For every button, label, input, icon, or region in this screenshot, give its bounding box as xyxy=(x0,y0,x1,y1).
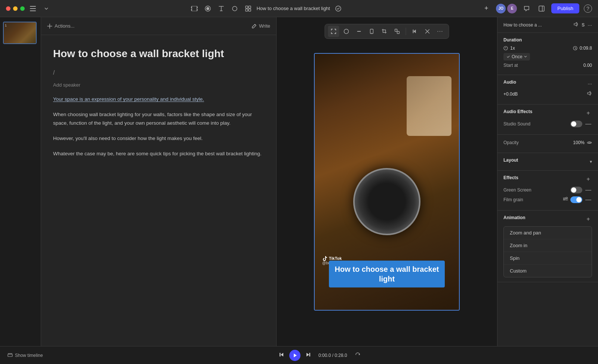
script-divider: / xyxy=(53,69,264,76)
add-icon[interactable]: + xyxy=(481,3,491,14)
write-button[interactable]: Write xyxy=(252,23,270,29)
animation-add-button[interactable]: + xyxy=(585,215,592,223)
studio-sound-row: Studio Sound — xyxy=(503,120,592,128)
audio-volume-icon[interactable] xyxy=(587,91,592,97)
layout-icon[interactable] xyxy=(243,3,253,14)
doc-title: How to choose a wall bracket light xyxy=(256,6,330,11)
maximize-button[interactable] xyxy=(20,6,25,11)
bottom-bar: Show timeline 0:00.0 / 0:28.0 xyxy=(0,346,598,364)
script-para-2-underline: When choosing wall bracket lighting for … xyxy=(53,112,235,117)
anim-custom[interactable]: Custom xyxy=(504,265,592,277)
title-bar-center: How to choose a wall bracket light xyxy=(56,3,477,14)
caption-line2: light xyxy=(379,275,395,283)
toolbar-separator xyxy=(406,28,406,35)
opacity-eye-icon[interactable] xyxy=(587,139,592,146)
properties-panel: How to choose a ... S ··· Duration 1x 0:… xyxy=(497,17,598,346)
avatar-group: JO E xyxy=(496,4,517,13)
add-speaker[interactable]: Add speaker xyxy=(53,82,264,88)
anim-zoom-pan[interactable]: Zoom and pan xyxy=(504,227,592,239)
show-timeline-button[interactable]: Show timeline xyxy=(7,353,43,358)
tool-resize[interactable] xyxy=(392,26,403,37)
studio-sound-label: Studio Sound xyxy=(503,121,530,127)
audio-more-icon[interactable]: ··· xyxy=(588,81,592,87)
layout-header[interactable]: Layout ▾ xyxy=(503,158,592,166)
dropdown-icon[interactable] xyxy=(41,3,52,14)
close-button[interactable] xyxy=(6,6,10,11)
audio-db-row: +0.0dB xyxy=(503,91,592,97)
minimize-button[interactable] xyxy=(13,6,18,11)
play-controls xyxy=(279,350,311,361)
film-grain-toggle[interactable] xyxy=(570,196,582,203)
play-button[interactable] xyxy=(289,350,300,361)
opacity-section: Opacity 100% xyxy=(497,135,598,153)
tool-more[interactable]: ··· xyxy=(435,26,446,37)
effects-header: Effects + xyxy=(503,175,592,183)
svg-point-21 xyxy=(372,33,372,34)
tiktok-logo: TikTok xyxy=(322,256,342,261)
tool-fit[interactable] xyxy=(328,26,339,37)
svg-rect-3 xyxy=(192,6,197,11)
duration-label: Duration xyxy=(503,37,592,43)
svg-rect-24 xyxy=(413,29,414,33)
rp-title: How to choose a ... xyxy=(503,22,542,28)
tool-skip-back[interactable] xyxy=(409,26,420,37)
video-preview[interactable]: TikTok @beeagey How to choose a wall bra… xyxy=(314,53,460,311)
audio-effects-add-button[interactable]: + xyxy=(585,109,592,117)
comments-icon[interactable] xyxy=(521,3,532,14)
once-selector[interactable]: Once xyxy=(503,53,530,60)
current-time: 0:00.0 xyxy=(318,353,331,358)
start-at-label: Start at xyxy=(503,63,518,68)
green-screen-remove-button[interactable]: — xyxy=(585,186,592,194)
svg-rect-11 xyxy=(246,6,248,8)
film-grain-settings-icon[interactable] xyxy=(563,196,568,203)
text-icon[interactable] xyxy=(216,3,226,14)
svg-rect-22 xyxy=(395,29,397,31)
subtitle-icon[interactable]: S xyxy=(582,22,585,28)
loop-button[interactable] xyxy=(355,352,361,359)
toggle-knob xyxy=(571,121,576,127)
script-header: Actions... Write xyxy=(41,17,276,35)
rp-header-icons: S ··· xyxy=(573,22,592,28)
svg-rect-5 xyxy=(191,9,192,10)
sidebar-toggle-icon[interactable] xyxy=(28,3,38,14)
shapes-icon[interactable] xyxy=(229,3,240,14)
script-para-2: When choosing wall bracket lighting for … xyxy=(53,111,264,128)
green-screen-toggle[interactable] xyxy=(570,187,582,193)
svg-rect-1 xyxy=(30,8,36,9)
play-mode-row: Once xyxy=(503,53,592,60)
script-title[interactable]: How to choose a wall bracket light xyxy=(53,47,264,60)
preview-toolbar: ··· xyxy=(325,24,449,39)
record-icon[interactable] xyxy=(203,3,213,14)
tool-close[interactable] xyxy=(422,26,433,37)
speed-control[interactable]: 1x xyxy=(503,46,515,51)
title-bar: How to choose a wall bracket light + JO … xyxy=(0,0,598,17)
anim-zoom-in[interactable]: Zoom in xyxy=(504,239,592,252)
script-para-1[interactable]: Your space is an expression of your pers… xyxy=(53,95,264,104)
panel-toggle-icon[interactable] xyxy=(536,3,547,14)
slide-image xyxy=(4,22,36,43)
effects-add-button[interactable]: + xyxy=(585,175,592,183)
actions-button[interactable]: Actions... xyxy=(47,23,74,29)
filmstrip-icon[interactable] xyxy=(189,3,200,14)
tool-circle[interactable] xyxy=(341,26,352,37)
publish-button[interactable]: Publish xyxy=(551,3,579,13)
skip-forward-button[interactable] xyxy=(305,352,311,359)
studio-sound-toggle[interactable] xyxy=(570,121,582,127)
audio-header: Audio ··· xyxy=(503,80,592,88)
slide-thumbnail-1[interactable]: 1 xyxy=(3,22,37,44)
tool-crop[interactable] xyxy=(379,26,390,37)
tool-mobile[interactable] xyxy=(366,26,377,37)
svg-rect-4 xyxy=(191,7,192,8)
title-bar-left xyxy=(6,3,52,14)
help-icon[interactable]: ? xyxy=(584,4,592,13)
avatar-e: E xyxy=(507,4,517,13)
film-grain-remove-button[interactable]: — xyxy=(585,196,592,203)
skip-back-button[interactable] xyxy=(279,352,285,359)
script-para-4[interactable]: Whatever the case may be, here are some … xyxy=(53,150,264,158)
anim-spin[interactable]: Spin xyxy=(504,252,592,265)
tool-minus[interactable] xyxy=(354,26,365,37)
studio-sound-remove-button[interactable]: — xyxy=(585,120,592,128)
volume-icon[interactable] xyxy=(573,22,579,28)
script-para-3[interactable]: However, you'll also need to consider ho… xyxy=(53,134,264,143)
more-options-icon[interactable]: ··· xyxy=(588,22,592,28)
